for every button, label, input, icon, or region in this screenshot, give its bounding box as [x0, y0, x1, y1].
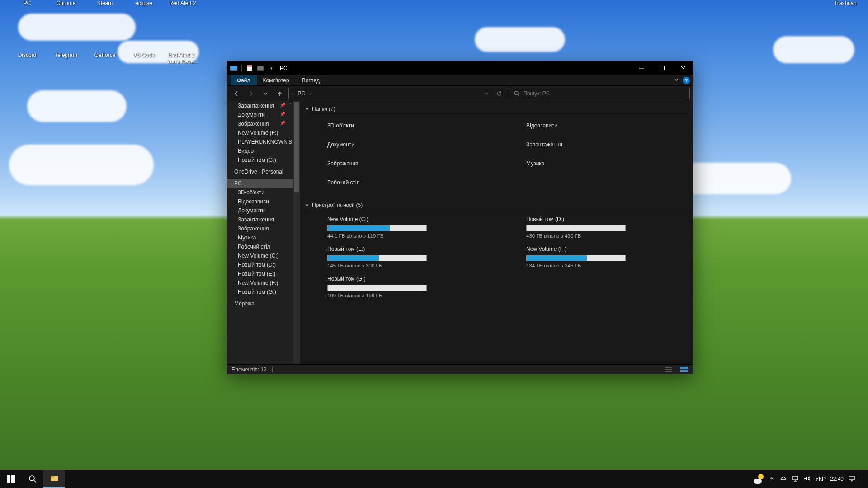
- breadcrumb-pc[interactable]: PC: [296, 90, 307, 97]
- quick-newfolder-icon[interactable]: [256, 64, 264, 72]
- folder-item[interactable]: Документи: [327, 137, 490, 156]
- tree-scrollbar[interactable]: [293, 101, 300, 364]
- tree-item[interactable]: Робочий стіл: [227, 242, 300, 251]
- app-icon: [230, 64, 238, 72]
- nav-up-button[interactable]: [274, 88, 286, 99]
- tree-item[interactable]: Музика: [227, 233, 300, 242]
- tree-item[interactable]: Мережа: [227, 299, 300, 308]
- drive-item[interactable]: New Volume (F:)134 ГБ вільно з 345 ГБ: [526, 244, 689, 274]
- nav-back-button[interactable]: [231, 88, 242, 99]
- section-folders-header[interactable]: Папки (7): [305, 104, 689, 114]
- tree-item[interactable]: Завантаження: [227, 215, 300, 224]
- drive-usage-bar: [526, 225, 626, 231]
- tree-item[interactable]: Документи: [227, 206, 300, 215]
- desktop-icon[interactable]: Steam: [87, 0, 123, 6]
- network-icon[interactable]: [792, 475, 799, 483]
- svg-line-24: [34, 480, 36, 483]
- folder-item[interactable]: Робочий стіл: [327, 175, 490, 194]
- titlebar[interactable]: ▾ PC: [227, 61, 693, 75]
- tree-item[interactable]: New Volume (C:): [227, 251, 300, 260]
- drive-item[interactable]: New Volume (C:)44,1 ГБ вільно з 119 ГБ: [327, 214, 490, 244]
- tray-overflow-icon[interactable]: [768, 475, 775, 483]
- taskbar-explorer-button[interactable]: [43, 470, 65, 488]
- tree-item[interactable]: New Volume (F:): [227, 128, 300, 137]
- volume-icon[interactable]: [803, 475, 811, 483]
- section-drives-header[interactable]: Пристрої та носії (5): [305, 200, 689, 210]
- address-bar[interactable]: › PC ›: [288, 88, 507, 99]
- close-button[interactable]: [673, 61, 693, 75]
- tree-item[interactable]: Новый том (E:): [227, 269, 300, 278]
- tab-view[interactable]: Вигляд: [296, 75, 326, 85]
- action-center-icon[interactable]: [848, 475, 855, 483]
- tree-item[interactable]: Відеозаписи: [227, 197, 300, 206]
- tree-item[interactable]: OneDrive - Personal: [227, 167, 300, 176]
- navigation-tree[interactable]: Завантаження📌˄Документи📌Зображення📌New V…: [227, 101, 300, 364]
- tree-item[interactable]: Видео: [227, 146, 300, 155]
- view-details-button[interactable]: [664, 366, 674, 373]
- show-desktop-button[interactable]: [863, 470, 865, 488]
- desktop-icon[interactable]: Red Alert 2: [165, 0, 201, 6]
- file-explorer-window[interactable]: ▾ PC Файл Комп'ютер Вигляд ?: [227, 61, 693, 374]
- drive-usage-bar: [327, 285, 427, 291]
- help-icon[interactable]: ?: [683, 77, 690, 84]
- quick-properties-icon[interactable]: [245, 64, 254, 72]
- search-box[interactable]: [510, 88, 690, 99]
- nav-forward-button[interactable]: [245, 88, 257, 99]
- desktop-icon[interactable]: GeForce: [87, 52, 123, 58]
- drive-item[interactable]: Новый том (E:)145 ГБ вільно з 300 ГБ: [327, 244, 490, 274]
- desktop-icon[interactable]: PC: [9, 0, 45, 6]
- minimize-button[interactable]: [631, 61, 652, 75]
- tree-item[interactable]: Завантаження📌˄: [227, 101, 300, 110]
- tree-item[interactable]: Новый том (G:): [227, 155, 300, 164]
- desktop-icon[interactable]: Telegram: [48, 52, 84, 58]
- tree-item[interactable]: Документи📌: [227, 110, 300, 119]
- desktop-icon-trashcan[interactable]: Trashcan: [827, 0, 863, 6]
- folder-item[interactable]: Завантаження: [526, 137, 689, 156]
- folder-item[interactable]: Відеозаписи: [526, 118, 689, 137]
- clock[interactable]: 22:49: [830, 476, 844, 482]
- content-pane[interactable]: Папки (7) 3D-об'єктиВідеозаписиДокументи…: [300, 101, 693, 364]
- drive-item[interactable]: Новый том (D:)430 ГБ вільно з 430 ГБ: [526, 214, 689, 244]
- tab-computer[interactable]: Комп'ютер: [257, 75, 296, 85]
- tree-item[interactable]: Зображення📌: [227, 119, 300, 128]
- folder-item[interactable]: Зображення: [327, 156, 490, 175]
- tree-item[interactable]: PLAYERUNKNOWN'S: [227, 137, 300, 146]
- tree-item[interactable]: Новый том (D:): [227, 260, 300, 269]
- desktop-icon[interactable]: eclipse: [126, 0, 162, 6]
- tree-item[interactable]: Зображення: [227, 224, 300, 233]
- tree-item[interactable]: New Volume (F:): [227, 278, 300, 287]
- maximize-button[interactable]: [652, 61, 673, 75]
- start-button[interactable]: [0, 470, 22, 488]
- folder-item[interactable]: Музика: [526, 156, 689, 175]
- taskbar-search-button[interactable]: [22, 470, 43, 488]
- svg-line-11: [518, 94, 519, 96]
- folder-item[interactable]: 3D-об'єкти: [327, 118, 490, 137]
- drive-item[interactable]: Новый том (G:)199 ГБ вільно з 199 ГБ: [327, 274, 490, 304]
- desktop-icon[interactable]: Red Alert 2 - Yuri's Reve...: [165, 52, 201, 65]
- tree-item[interactable]: Новый том (G:): [227, 287, 300, 296]
- weather-icon[interactable]: [754, 474, 764, 484]
- input-language[interactable]: УКР: [815, 476, 826, 482]
- taskbar[interactable]: УКР 22:49: [0, 470, 868, 488]
- nav-recent-dropdown[interactable]: [259, 88, 271, 99]
- view-tiles-button[interactable]: [679, 366, 689, 373]
- address-history-dropdown[interactable]: [481, 91, 491, 96]
- tree-item[interactable]: PC: [227, 179, 300, 188]
- chevron-right-icon: ›: [292, 91, 293, 96]
- desktop-icon[interactable]: Chrome: [48, 0, 84, 6]
- refresh-button[interactable]: [494, 91, 504, 96]
- drive-name: Новый том (D:): [526, 216, 689, 222]
- svg-rect-19: [7, 475, 10, 479]
- tab-file[interactable]: Файл: [231, 75, 257, 85]
- svg-rect-15: [680, 367, 684, 369]
- svg-rect-17: [680, 370, 684, 372]
- svg-marker-30: [804, 476, 807, 481]
- desktop-icon[interactable]: VS Code: [126, 52, 162, 58]
- search-input[interactable]: [523, 90, 686, 97]
- tree-item[interactable]: 3D-об'єкти: [227, 188, 300, 197]
- quick-customize-dropdown[interactable]: ▾: [267, 64, 275, 72]
- onedrive-icon[interactable]: [780, 475, 787, 483]
- ribbon-collapse-icon[interactable]: [674, 77, 679, 84]
- desktop-icon[interactable]: Discord: [9, 52, 45, 58]
- svg-point-23: [29, 476, 34, 481]
